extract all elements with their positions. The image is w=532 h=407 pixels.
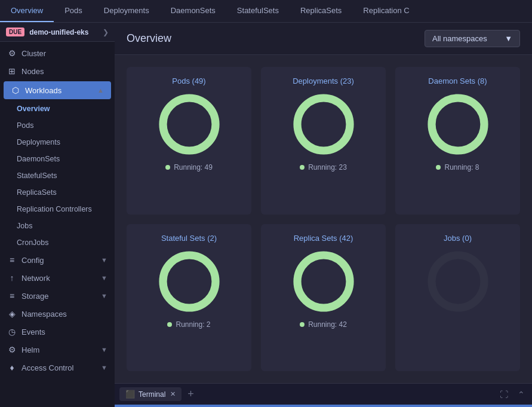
sidebar-item-storage[interactable]: ≡ Storage ▼: [0, 287, 115, 305]
stat-title-deployments[interactable]: Deployments (23): [293, 76, 354, 85]
tab-replicasets[interactable]: ReplicaSets: [290, 0, 352, 22]
stat-title-jobs[interactable]: Jobs (0): [444, 234, 472, 243]
tab-pods[interactable]: Pods: [54, 0, 93, 22]
sidebar-item-replicasets[interactable]: ReplicaSets: [0, 184, 115, 201]
sidebar-label-events: Events: [21, 328, 45, 336]
sidebar-label-storage: Storage: [21, 292, 49, 301]
terminal-add-button[interactable]: +: [184, 388, 198, 400]
terminal-actions: ⛶ ⌃: [497, 388, 527, 400]
sidebar-item-daemonsets[interactable]: DaemonSets: [0, 151, 115, 167]
sidebar-label-cronjobs: CronJobs: [17, 238, 49, 247]
stat-running-replicasets: Running: 42: [300, 320, 347, 329]
namespace-dropdown-icon: ▼: [505, 34, 512, 43]
sidebar-label-config: Config: [21, 256, 44, 265]
stat-title-daemonsets[interactable]: Daemon Sets (8): [428, 76, 487, 85]
network-expand-icon: ▼: [101, 274, 107, 281]
stat-card-jobs: Jobs (0): [395, 224, 520, 372]
top-tab-bar: Overview Pods Deployments DaemonSets Sta…: [0, 0, 532, 23]
tab-replication-c[interactable]: Replication C: [352, 0, 420, 22]
tab-statefulsets[interactable]: StatefulSets: [226, 0, 290, 22]
cluster-icon: ⚙: [7, 48, 17, 58]
tab-deployments[interactable]: Deployments: [93, 0, 160, 22]
terminal-tab-label: Terminal: [139, 390, 165, 399]
running-label-statefulsets: Running: 2: [176, 320, 210, 329]
sidebar-label-helm: Helm: [21, 345, 39, 354]
terminal-close-icon[interactable]: ✕: [170, 390, 176, 398]
svg-point-9: [297, 255, 350, 308]
stat-running-deployments: Running: 23: [300, 163, 347, 172]
sidebar-label-replication-controllers: Replication Controllers: [17, 205, 92, 213]
sidebar-label-jobs: Jobs: [17, 222, 32, 230]
sidebar-item-replication-controllers[interactable]: Replication Controllers: [0, 201, 115, 218]
workloads-expand-icon: ▲: [97, 87, 104, 94]
sidebar-item-pods[interactable]: Pods: [0, 117, 115, 134]
page-title: Overview: [127, 32, 171, 45]
tab-daemonsets[interactable]: DaemonSets: [160, 0, 226, 22]
svg-point-10: [432, 255, 484, 308]
helm-icon: ⚙: [7, 345, 17, 354]
sidebar-item-cronjobs[interactable]: CronJobs: [0, 234, 115, 251]
svg-point-1: [163, 98, 216, 151]
sidebar-item-cluster[interactable]: ⚙ Cluster: [0, 44, 115, 62]
sidebar-item-helm[interactable]: ⚙ Helm ▼: [0, 341, 115, 359]
tab-overview[interactable]: Overview: [0, 0, 54, 22]
sidebar-item-overview[interactable]: Overview: [0, 100, 115, 117]
network-icon: ↑: [7, 273, 17, 283]
svg-point-5: [432, 98, 484, 151]
sidebar-item-nodes[interactable]: ⊞ Nodes: [0, 62, 115, 80]
running-label-replicasets: Running: 42: [308, 320, 347, 329]
sidebar-item-events[interactable]: ◷ Events: [0, 323, 115, 341]
terminal-expand-button[interactable]: ⛶: [497, 388, 511, 400]
sidebar: DUE demo-unified-eks ❯ ⚙ Cluster ⊞ Nodes…: [0, 23, 115, 407]
sidebar-label-deployments: Deployments: [17, 138, 60, 146]
storage-expand-icon: ▼: [101, 292, 107, 299]
workloads-icon: ⬡: [11, 85, 20, 95]
terminal-tab[interactable]: ⬛ Terminal ✕: [119, 387, 182, 401]
sidebar-item-deployments[interactable]: Deployments: [0, 134, 115, 151]
sidebar-label-overview: Overview: [17, 105, 50, 113]
sidebar-item-statefulsets[interactable]: StatefulSets: [0, 167, 115, 184]
sidebar-label-daemonsets: DaemonSets: [17, 155, 60, 163]
main-layout: DUE demo-unified-eks ❯ ⚙ Cluster ⊞ Nodes…: [0, 23, 532, 407]
helm-expand-icon: ▼: [101, 346, 107, 353]
access-control-icon: ♦: [7, 363, 17, 372]
donut-daemonsets: [425, 91, 491, 157]
sidebar-label-access-control: Access Control: [21, 363, 73, 372]
stat-running-statefulsets: Running: 2: [167, 320, 210, 329]
sidebar-item-workloads[interactable]: ⬡ Workloads ▲: [4, 81, 111, 99]
storage-icon: ≡: [7, 291, 17, 301]
donut-replicasets: [291, 249, 356, 314]
sidebar-label-cluster: Cluster: [21, 49, 46, 58]
running-label-pods: Running: 49: [174, 163, 213, 172]
content-area: Overview All namespaces ▼ Pods (49): [115, 23, 532, 407]
donut-statefulsets: [156, 249, 222, 314]
stat-title-statefulsets[interactable]: Stateful Sets (2): [161, 234, 217, 243]
stat-running-daemonsets: Running: 8: [436, 163, 479, 172]
sidebar-label-pods: Pods: [17, 121, 34, 130]
sidebar-item-access-control[interactable]: ♦ Access Control ▼: [0, 359, 115, 377]
nodes-icon: ⊞: [7, 66, 17, 76]
running-dot-daemonsets: [436, 165, 441, 170]
terminal-bar: ⬛ Terminal ✕ + ⛶ ⌃: [115, 383, 532, 405]
sidebar-label-workloads: Workloads: [25, 86, 61, 95]
stat-title-pods[interactable]: Pods (49): [172, 76, 205, 85]
running-dot-replicasets: [300, 322, 305, 327]
sidebar-label-statefulsets: StatefulSets: [17, 172, 57, 180]
running-label-deployments: Running: 23: [308, 163, 347, 172]
stat-title-replicasets[interactable]: Replica Sets (42): [294, 234, 353, 243]
sidebar-item-network[interactable]: ↑ Network ▼: [0, 269, 115, 287]
stat-card-replicasets: Replica Sets (42) Running: 42: [261, 224, 386, 372]
sidebar-item-jobs[interactable]: Jobs: [0, 218, 115, 234]
terminal-icon: ⬛: [125, 390, 135, 399]
donut-jobs: [425, 249, 491, 314]
events-icon: ◷: [7, 327, 17, 336]
sidebar-item-namespaces[interactable]: ◈ Namespaces: [0, 305, 115, 323]
donut-pods: [156, 91, 222, 157]
app-header[interactable]: DUE demo-unified-eks ❯: [0, 23, 115, 42]
terminal-chevron-button[interactable]: ⌃: [515, 388, 527, 400]
namespace-value: All namespaces: [432, 34, 500, 43]
stat-card-pods: Pods (49) Running: 49: [127, 67, 251, 215]
sidebar-item-config[interactable]: ≡ Config ▼: [0, 251, 115, 269]
namespace-select[interactable]: All namespaces ▼: [425, 30, 520, 47]
stat-running-pods: Running: 49: [165, 163, 213, 172]
